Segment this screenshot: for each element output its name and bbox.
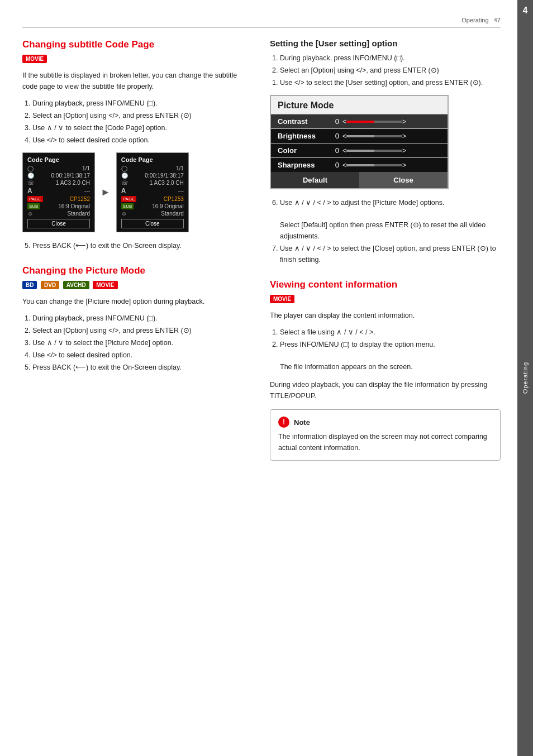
two-column-layout: Changing subtitle Code Page MOVIE If the… (22, 39, 501, 461)
user-setting-steps: During playback, press INFO/MENU (□). Se… (280, 52, 501, 76)
note-header: ! Note (278, 417, 492, 428)
cp-disc-text: 1/1 (82, 165, 90, 171)
right-column: Setting the [User setting] option During… (270, 39, 501, 461)
section1-steps: During playback, press INFO/MENU (□). Se… (32, 98, 253, 146)
pm-sharpness-row: Sharpness 0 < > (271, 158, 448, 172)
cp-clock-text: 0:00:19/1:38:17 (51, 173, 90, 179)
cp-row: PAGE CP1253 (121, 196, 184, 202)
cp-standard: Standard (161, 210, 184, 217)
cp-row: ☺ Standard (121, 210, 184, 217)
cp-clock-icon: 🕐 (27, 173, 34, 179)
step-item: Use ∧ / ∨ to select the [Code Page] opti… (32, 122, 253, 133)
cp-badge-red: PAGE (27, 196, 43, 202)
cp-badge-red: PAGE (121, 196, 137, 202)
tab-number: 4 (523, 6, 528, 16)
pm-left-arrow2: < (342, 132, 346, 140)
cp-row: ☺ Standard (27, 210, 90, 217)
cp-a-label: A (121, 187, 126, 195)
cp-settings-icon: ☏ (27, 180, 35, 186)
header-text: Operating (461, 17, 488, 23)
pm-sharpness-value: 0 (328, 161, 339, 169)
step-item: Use </> to select desired code option. (32, 135, 253, 146)
picture-mode-title: Picture Mode (271, 96, 448, 114)
codepage-right-box: Code Page ◯ 1/1 🕐 0:00:19/1:38:17 ☏ (116, 152, 189, 232)
pm-right-arrow3: > (402, 147, 406, 155)
cp-disc-icon: ◯ (121, 165, 127, 171)
pm-brightness-label: Brightness (278, 132, 328, 140)
cp-settings-text: 1 AC3 2.0 CH (56, 180, 90, 186)
pm-contrast-row: Contrast 0 < > (271, 114, 448, 129)
step-item: Select a file using ∧ / ∨ / < / >. (280, 327, 501, 338)
pm-right-arrow: > (402, 118, 406, 126)
cp-standard: Standard (67, 210, 90, 217)
step-item: Select an [Option] using </>, and press … (32, 110, 253, 121)
note-box: ! Note The information displayed on the … (270, 409, 501, 461)
cp-clock-icon: 🕐 (121, 173, 128, 179)
main-content: Operating 47 Changing subtitle Code Page… (0, 0, 517, 756)
user-setting-steps-proper: Use </> to select the [User setting] opt… (280, 77, 501, 88)
section-viewing-desc: The player can display the content infor… (270, 310, 501, 321)
section1-step5: Press BACK (⟵) to exit the On-Screen dis… (32, 240, 253, 251)
left-column: Changing subtitle Code Page MOVIE If the… (22, 39, 253, 461)
section2-title: Changing the Picture Mode (22, 265, 253, 277)
cp-row: A --- (121, 187, 184, 195)
pm-bar2 (346, 135, 402, 137)
close-button[interactable]: Close (359, 172, 448, 188)
section1-badge-row: MOVIE (22, 54, 253, 63)
step-item: Select an [Option] using </>, and press … (32, 325, 253, 336)
step-item: Use </> to select desired option. (32, 350, 253, 361)
step-item: Use ∧ / ∨ / < / > to adjust the [Picture… (280, 197, 501, 242)
step-item: Use ∧ / ∨ to select the [Picture Mode] o… (32, 337, 253, 348)
cp-right-close[interactable]: Close (121, 219, 184, 228)
cp-row: SUB 16:9 Original (121, 203, 184, 209)
cp-right-title: Code Page (121, 156, 184, 163)
cp-row: ◯ 1/1 (27, 165, 90, 171)
arrow-right-icon: ► (101, 186, 111, 198)
cp-row: PAGE CP1252 (27, 196, 90, 202)
cp-169: 16:9 Original (152, 203, 184, 209)
step-item: During playback, press INFO/MENU (□). (32, 98, 253, 109)
pm-footer: Default Close (271, 172, 448, 188)
cp-row: ☏ 1 AC3 2.0 CH (121, 180, 184, 186)
cp-row: SUB 16:9 Original (27, 203, 90, 209)
cp-face-icon: ☺ (27, 210, 33, 217)
default-button[interactable]: Default (271, 172, 359, 188)
step-item: Use </> to select the [User setting] opt… (280, 77, 501, 88)
movie-badge3: MOVIE (270, 295, 294, 303)
codepage-screenshots: Code Page ◯ 1/1 🕐 0:00:19/1:38:17 ☏ (22, 152, 253, 232)
page-container: Operating 47 Changing subtitle Code Page… (0, 0, 533, 756)
pm-contrast-value: 0 (328, 117, 339, 126)
user-setting-steps-6-7: Use ∧ / ∨ / < / > to adjust the [Picture… (280, 197, 501, 265)
cp-row: ☏ 1 AC3 2.0 CH (27, 180, 90, 186)
pm-brightness-row: Brightness 0 < > (271, 129, 448, 143)
cp-badge-green: SUB (27, 203, 40, 209)
section1-desc: If the subtitle is displayed in broken l… (22, 70, 253, 92)
pm-right-arrow4: > (402, 161, 406, 169)
cp-a-text: --- (178, 188, 184, 194)
pm-bar (346, 121, 402, 123)
cp-left-close[interactable]: Close (27, 219, 90, 228)
pm-left-arrow4: < (342, 161, 346, 169)
section-user-setting: Setting the [User setting] option During… (270, 39, 501, 265)
section2-badge-row: BD DVD AVCHD MOVIE (22, 280, 253, 289)
cp-disc-text: 1/1 (176, 165, 184, 171)
cp-row: A --- (27, 187, 90, 195)
avchd-badge: AVCHD (63, 281, 89, 289)
step-item: Press BACK (⟵) to exit the On-Screen dis… (32, 362, 253, 373)
cp-disc-icon: ◯ (27, 165, 34, 171)
during-playback-text: During video playback, you can display t… (270, 379, 501, 401)
section-user-setting-title: Setting the [User setting] option (270, 39, 501, 48)
dvd-badge: DVD (41, 281, 59, 289)
cp-row: 🕐 0:00:19/1:38:17 (121, 173, 184, 179)
section-viewing-content: Viewing content information MOVIE The pl… (270, 279, 501, 461)
right-tab: 4 Operating (517, 0, 533, 756)
step-item: During playback, press INFO/MENU (□). (280, 52, 501, 64)
note-icon: ! (278, 417, 289, 428)
pm-right-arrow2: > (402, 132, 406, 140)
pm-color-label: Color (278, 146, 328, 155)
viewing-steps: Select a file using ∧ / ∨ / < / >. Press… (280, 327, 501, 372)
cp-badge-green: SUB (121, 203, 134, 209)
codepage-left-box: Code Page ◯ 1/1 🕐 0:00:19/1:38:17 ☏ (22, 152, 95, 232)
pm-color-row: Color 0 < > (271, 143, 448, 158)
movie-badge2: MOVIE (93, 281, 117, 289)
